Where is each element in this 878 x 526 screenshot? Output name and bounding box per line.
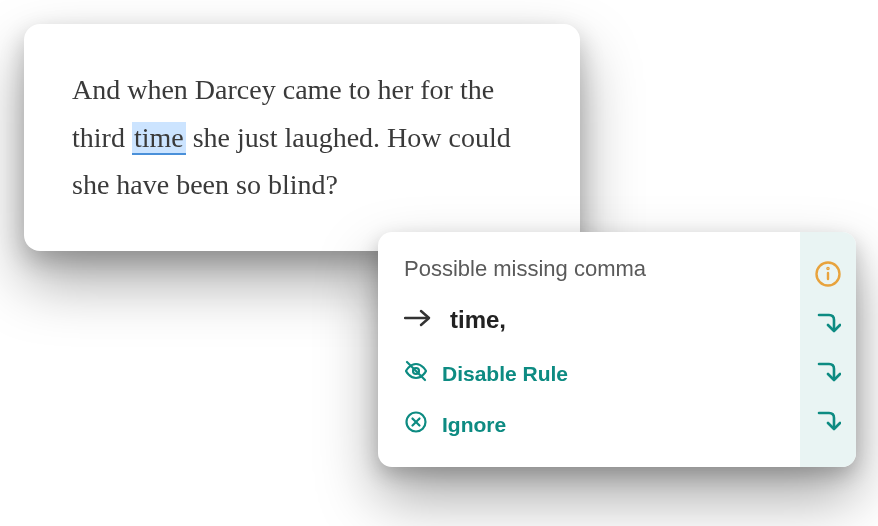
popup-sidebar [800, 232, 856, 467]
arrow-turn-down-icon [815, 359, 841, 389]
info-button[interactable] [813, 261, 843, 291]
suggestion-text: time, [450, 306, 506, 334]
disable-rule-label: Disable Rule [442, 362, 568, 386]
next-issue-button-1[interactable] [813, 310, 843, 340]
next-issue-button-3[interactable] [813, 408, 843, 438]
eye-off-icon [404, 359, 428, 388]
disable-rule-button[interactable]: Disable Rule [404, 359, 774, 388]
popup-main: Possible missing comma time, Disable Rul… [378, 232, 800, 467]
apply-suggestion-button[interactable]: time, [404, 304, 774, 335]
next-issue-button-2[interactable] [813, 359, 843, 389]
info-icon [814, 260, 842, 292]
ignore-button[interactable]: Ignore [404, 410, 774, 439]
arrow-right-icon [404, 304, 432, 335]
ignore-label: Ignore [442, 413, 506, 437]
arrow-turn-down-icon [815, 310, 841, 340]
arrow-turn-down-icon [815, 408, 841, 438]
popup-title: Possible missing comma [404, 256, 774, 282]
highlighted-word[interactable]: time [132, 122, 186, 155]
grammar-suggestion-popup: Possible missing comma time, Disable Rul… [378, 232, 856, 467]
close-circle-icon [404, 410, 428, 439]
svg-point-8 [827, 268, 828, 269]
text-editor-card: And when Darcey came to her for the thir… [24, 24, 580, 251]
